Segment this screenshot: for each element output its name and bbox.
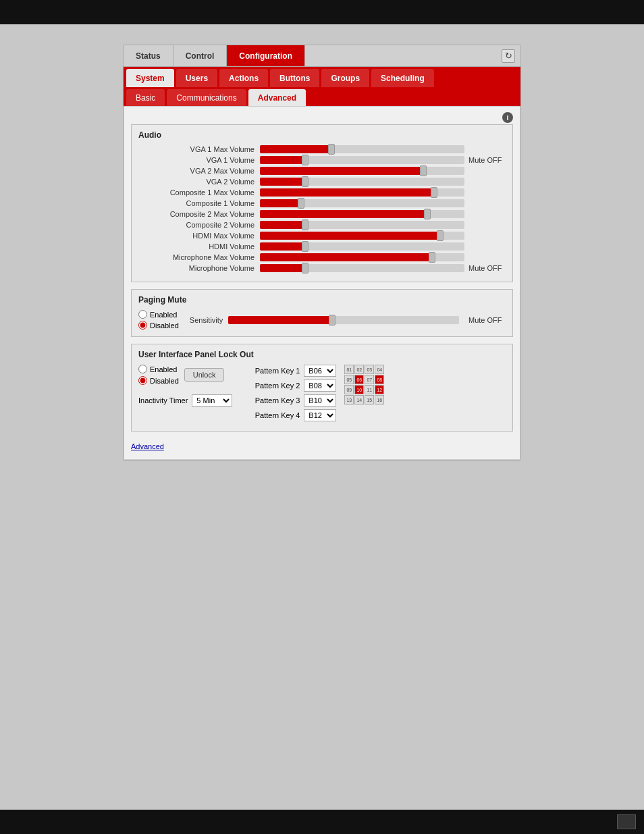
- pattern-row-1: Pattern Key 2 B06B07B08B09B10B11B12: [246, 380, 336, 392]
- panel: Status Control Configuration ↻ System Us…: [123, 45, 521, 461]
- lock-enabled-label: Enabled: [150, 365, 177, 373]
- unlock-button[interactable]: Unlock: [184, 368, 225, 382]
- tab-buttons[interactable]: Buttons: [270, 69, 319, 87]
- lock-left: Enabled Disabled Unlock Inactivity Timer: [138, 365, 232, 424]
- slider-label-9: HDMI Volume: [138, 242, 260, 251]
- key-B16[interactable]: 16: [375, 395, 384, 405]
- slider-label-5: Composite 1 Volume: [138, 199, 260, 207]
- key-B11[interactable]: 11: [365, 385, 374, 394]
- tab-configuration[interactable]: Configuration: [227, 45, 305, 66]
- key-B03[interactable]: 03: [365, 365, 374, 374]
- audio-slider-row-0: VGA 1 Max Volume: [138, 145, 506, 153]
- slider-track-9[interactable]: [260, 242, 464, 251]
- sensitivity-mute-label: Mute OFF: [468, 316, 506, 324]
- key-B06[interactable]: 06: [354, 375, 364, 384]
- slider-label-11: Microphone Volume: [138, 264, 260, 272]
- audio-slider-row-7: Composite 2 Volume: [138, 221, 506, 229]
- tab-scheduling[interactable]: Scheduling: [371, 69, 434, 87]
- audio-slider-row-1: VGA 1 Volume Mute OFF: [138, 156, 506, 164]
- bottom-bar: [0, 810, 644, 834]
- slider-label-0: VGA 1 Max Volume: [138, 145, 260, 153]
- key-B10[interactable]: 10: [354, 385, 364, 394]
- slider-label-8: HDMI Max Volume: [138, 232, 260, 240]
- slider-track-8[interactable]: [260, 232, 464, 240]
- tab-system[interactable]: System: [126, 69, 174, 87]
- pattern-select-2[interactable]: B06B07B08B09B10B11B12: [304, 394, 336, 407]
- audio-section: Audio VGA 1 Max Volume VGA 1 Volume Mute…: [131, 124, 513, 282]
- paging-disabled-radio[interactable]: [138, 321, 147, 330]
- lock-enabled-row: Enabled: [138, 365, 179, 373]
- inactivity-row: Inactivity Timer 5 Min10 Min15 Min30 Min…: [138, 394, 232, 407]
- tab-control[interactable]: Control: [173, 45, 227, 66]
- tab-spacer: ↻: [305, 45, 520, 66]
- pattern-select-3[interactable]: B06B07B08B09B10B11B12: [304, 409, 336, 421]
- lock-disabled-radio[interactable]: [138, 376, 147, 385]
- audio-slider-row-5: Composite 1 Volume: [138, 199, 506, 207]
- slider-track-4[interactable]: [260, 188, 464, 197]
- slider-track-0[interactable]: [260, 145, 464, 153]
- patterns-col: Pattern Key 1 B06B07B08B09B10B11B12 Patt…: [246, 365, 336, 424]
- slider-label-10: Microphone Max Volume: [138, 253, 260, 261]
- lock-radio-group: Enabled Disabled: [138, 365, 179, 385]
- paging-enabled-radio[interactable]: [138, 310, 147, 319]
- lock-out-section: User Interface Panel Lock Out Enabled: [131, 344, 513, 432]
- refresh-icon[interactable]: ↻: [502, 49, 515, 63]
- key-B02[interactable]: 02: [354, 365, 364, 374]
- top-tab-bar: Status Control Configuration ↻: [124, 45, 520, 67]
- key-B08[interactable]: 08: [375, 375, 384, 384]
- audio-sliders: VGA 1 Max Volume VGA 1 Volume Mute OFF V…: [138, 145, 506, 272]
- key-B05[interactable]: 05: [344, 375, 354, 384]
- lock-enabled-radio[interactable]: [138, 365, 147, 373]
- tab-groups[interactable]: Groups: [321, 69, 369, 87]
- sensitivity-row: Sensitivity Mute OFF: [190, 316, 506, 324]
- audio-slider-row-4: Composite 1 Max Volume: [138, 188, 506, 197]
- key-B15[interactable]: 15: [365, 395, 374, 405]
- key-B04[interactable]: 04: [375, 365, 384, 374]
- slider-track-2[interactable]: [260, 167, 464, 175]
- key-B07[interactable]: 07: [365, 375, 374, 384]
- paging-mute-row: Enabled Disabled Sensitivity M: [138, 310, 506, 330]
- slider-track-3[interactable]: [260, 178, 464, 186]
- patterns-and-keypad: Pattern Key 1 B06B07B08B09B10B11B12 Patt…: [246, 365, 506, 424]
- tab-status[interactable]: Status: [124, 45, 173, 66]
- tab-users[interactable]: Users: [176, 69, 217, 87]
- tab-actions[interactable]: Actions: [219, 69, 268, 87]
- pattern-label-2: Pattern Key 3: [246, 396, 300, 405]
- key-B01[interactable]: 01: [344, 365, 354, 374]
- audio-slider-row-9: HDMI Volume: [138, 242, 506, 251]
- key-B12[interactable]: 12: [375, 385, 384, 394]
- audio-slider-row-3: VGA 2 Volume: [138, 178, 506, 186]
- pattern-select-1[interactable]: B06B07B08B09B10B11B12: [304, 380, 336, 392]
- key-B14[interactable]: 14: [354, 395, 364, 405]
- keypad-grid: 01020304050607080910111213141516: [344, 365, 384, 405]
- audio-slider-row-8: HDMI Max Volume: [138, 232, 506, 240]
- slider-track-11[interactable]: [260, 264, 464, 272]
- audio-slider-row-11: Microphone Volume Mute OFF: [138, 264, 506, 272]
- mute-label-11: Mute OFF: [468, 264, 506, 272]
- pattern-row-3: Pattern Key 4 B06B07B08B09B10B11B12: [246, 409, 336, 421]
- tab-basic[interactable]: Basic: [126, 89, 165, 106]
- slider-track-1[interactable]: [260, 156, 464, 164]
- advanced-link[interactable]: Advanced: [131, 442, 164, 450]
- sensitivity-label: Sensitivity: [190, 316, 223, 324]
- slider-track-6[interactable]: [260, 210, 464, 218]
- tab-communications[interactable]: Communications: [167, 89, 246, 106]
- key-B09[interactable]: 09: [344, 385, 354, 394]
- sensitivity-slider[interactable]: [228, 316, 459, 324]
- info-icon[interactable]: i: [502, 112, 513, 123]
- tab-advanced[interactable]: Advanced: [248, 89, 306, 106]
- second-tab-bar: System Users Actions Buttons Groups Sche…: [124, 67, 520, 87]
- paging-disabled-row: Disabled: [138, 321, 179, 330]
- slider-track-5[interactable]: [260, 199, 464, 207]
- pattern-select-0[interactable]: B06B07B08B09B10B11B12: [304, 365, 336, 377]
- key-B13[interactable]: 13: [344, 395, 354, 405]
- lock-right: Pattern Key 1 B06B07B08B09B10B11B12 Patt…: [246, 365, 506, 424]
- pattern-label-1: Pattern Key 2: [246, 382, 300, 390]
- slider-track-7[interactable]: [260, 221, 464, 229]
- slider-track-10[interactable]: [260, 253, 464, 261]
- lock-inner: Enabled Disabled Unlock Inactivity Timer: [138, 365, 506, 424]
- slider-label-4: Composite 1 Max Volume: [138, 188, 260, 197]
- inactivity-select[interactable]: 5 Min10 Min15 Min30 MinNever: [192, 394, 232, 407]
- slider-label-6: Composite 2 Max Volume: [138, 210, 260, 218]
- slider-label-7: Composite 2 Volume: [138, 221, 260, 229]
